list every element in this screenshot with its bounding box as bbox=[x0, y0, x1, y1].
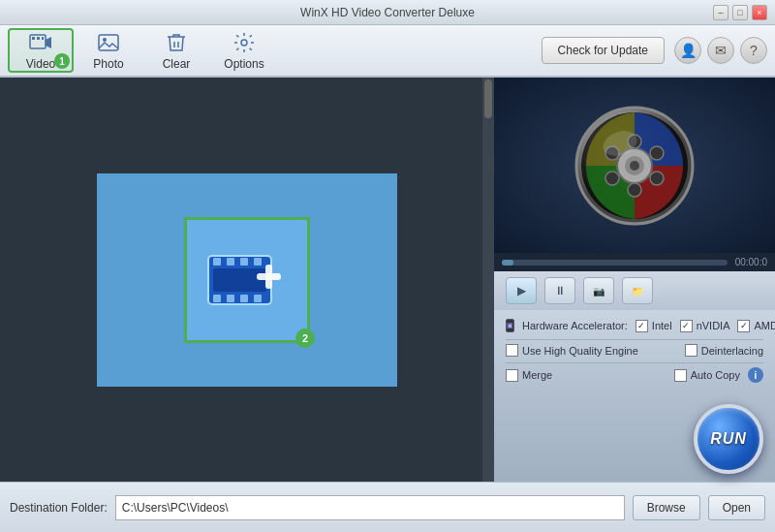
settings-area: ▣ Hardware Accelerator: ✓ Intel ✓ nVIDIA… bbox=[494, 310, 775, 396]
open-button[interactable]: Open bbox=[708, 495, 765, 520]
merge-label: Merge bbox=[522, 369, 552, 381]
browse-button[interactable]: Browse bbox=[633, 495, 700, 520]
video-label: Video bbox=[26, 57, 55, 71]
amd-label: AMD bbox=[754, 320, 775, 331]
add-video-svg bbox=[203, 236, 291, 324]
svg-rect-19 bbox=[213, 268, 266, 292]
divider-2 bbox=[506, 362, 763, 363]
email-icon[interactable]: ✉ bbox=[707, 37, 734, 64]
svg-point-30 bbox=[650, 146, 664, 160]
intel-checkbox[interactable]: ✓ bbox=[636, 320, 648, 332]
preview-area bbox=[494, 78, 775, 253]
svg-rect-12 bbox=[227, 258, 234, 266]
add-video-icon-container[interactable]: 2 bbox=[184, 217, 310, 343]
close-button[interactable]: × bbox=[752, 5, 767, 20]
video-icon bbox=[29, 31, 52, 54]
photo-button[interactable]: Photo bbox=[76, 28, 141, 73]
add-video-badge: 2 bbox=[295, 329, 315, 348]
deinterlacing-item[interactable]: Deinterlacing bbox=[685, 344, 763, 357]
merge-checkbox[interactable] bbox=[506, 369, 518, 382]
title-bar: WinX HD Video Converter Deluxe – □ × bbox=[0, 0, 775, 25]
video-scroll-thumb[interactable] bbox=[484, 79, 492, 118]
options-label: Options bbox=[224, 57, 264, 71]
account-icon[interactable]: 👤 bbox=[674, 37, 701, 64]
svg-rect-21 bbox=[265, 265, 272, 289]
video-scrollbar[interactable] bbox=[482, 78, 494, 482]
photo-label: Photo bbox=[93, 57, 123, 71]
hw-icon: ▣ bbox=[506, 319, 514, 332]
svg-point-28 bbox=[628, 183, 641, 197]
auto-copy-item[interactable]: Auto Copy bbox=[674, 369, 740, 382]
nvidia-checkbox-item[interactable]: ✓ nVIDIA bbox=[680, 320, 730, 332]
svg-rect-13 bbox=[240, 258, 248, 266]
auto-copy-checkbox[interactable] bbox=[674, 369, 687, 382]
svg-marker-1 bbox=[46, 37, 51, 48]
app-title: WinX HD Video Converter Deluxe bbox=[300, 6, 475, 19]
svg-point-9 bbox=[241, 40, 247, 46]
svg-rect-15 bbox=[213, 295, 221, 302]
quality-row: Use High Quality Engine Deinterlacing bbox=[506, 344, 763, 357]
time-display: 00:00:0 bbox=[735, 257, 767, 267]
svg-point-6 bbox=[103, 38, 107, 42]
video-panel[interactable]: 2 bbox=[0, 78, 494, 482]
main-content: 2 bbox=[0, 78, 775, 482]
run-button[interactable]: RUN bbox=[694, 404, 763, 474]
hw-accel-row: ▣ Hardware Accelerator: ✓ Intel ✓ nVIDIA… bbox=[506, 318, 763, 333]
svg-rect-18 bbox=[254, 295, 262, 302]
high-quality-label: Use High Quality Engine bbox=[522, 345, 638, 357]
folder-button[interactable]: 📁 bbox=[622, 277, 653, 304]
amd-checkbox[interactable]: ✓ bbox=[737, 320, 750, 332]
toolbar-right-icons: 👤 ✉ ? bbox=[674, 37, 767, 64]
maximize-button[interactable]: □ bbox=[732, 5, 748, 20]
video-drop-zone[interactable]: 2 bbox=[97, 173, 397, 387]
copy-info-icon[interactable]: i bbox=[748, 367, 763, 383]
high-quality-item[interactable]: Use High Quality Engine bbox=[506, 344, 638, 357]
svg-rect-3 bbox=[37, 37, 40, 40]
pause-button[interactable]: ⏸ bbox=[544, 277, 575, 304]
progress-bar[interactable] bbox=[502, 260, 728, 266]
svg-rect-14 bbox=[254, 258, 262, 266]
svg-point-32 bbox=[650, 172, 664, 185]
svg-rect-16 bbox=[227, 295, 234, 302]
svg-rect-4 bbox=[42, 37, 44, 40]
nvidia-label: nVIDIA bbox=[697, 320, 730, 331]
snapshot-button[interactable]: 📷 bbox=[583, 277, 614, 304]
nvidia-checkbox[interactable]: ✓ bbox=[680, 320, 693, 332]
check-update-button[interactable]: Check for Update bbox=[542, 37, 665, 64]
playback-controls: ▶ ⏸ 📷 📁 bbox=[494, 271, 775, 310]
svg-point-31 bbox=[605, 172, 619, 185]
svg-rect-2 bbox=[32, 37, 35, 40]
clear-button[interactable]: Clear bbox=[143, 28, 209, 73]
divider-1 bbox=[506, 339, 763, 340]
toolbar: Video 1 Photo Clear Options Check for Up… bbox=[0, 25, 775, 78]
svg-rect-5 bbox=[99, 35, 118, 50]
preview-controls: 00:00:0 bbox=[494, 253, 775, 271]
run-container: RUN bbox=[494, 396, 775, 482]
window-controls[interactable]: – □ × bbox=[713, 5, 767, 20]
clear-label: Clear bbox=[163, 57, 191, 71]
deinterlacing-checkbox[interactable] bbox=[685, 344, 698, 357]
intel-checkbox-item[interactable]: ✓ Intel bbox=[636, 320, 672, 332]
minimize-button[interactable]: – bbox=[713, 5, 728, 20]
video-badge: 1 bbox=[54, 53, 70, 69]
video-button[interactable]: Video 1 bbox=[8, 28, 74, 73]
play-button[interactable]: ▶ bbox=[506, 277, 537, 304]
dest-folder-input[interactable] bbox=[115, 495, 625, 520]
hw-accel-label: Hardware Accelerator: bbox=[522, 320, 628, 331]
auto-copy-label: Auto Copy bbox=[691, 369, 740, 381]
intel-label: Intel bbox=[652, 320, 672, 331]
options-button[interactable]: Options bbox=[211, 28, 277, 73]
clear-icon bbox=[165, 31, 188, 54]
bottom-bar: Destination Folder: Browse Open bbox=[0, 482, 775, 532]
progress-fill bbox=[502, 260, 513, 266]
dest-folder-label: Destination Folder: bbox=[10, 501, 108, 515]
deinterlacing-label: Deinterlacing bbox=[701, 345, 763, 357]
high-quality-checkbox[interactable] bbox=[506, 344, 518, 357]
svg-rect-17 bbox=[240, 295, 248, 302]
help-icon[interactable]: ? bbox=[740, 37, 767, 64]
svg-rect-11 bbox=[213, 258, 221, 266]
options-icon bbox=[232, 31, 256, 54]
amd-checkbox-item[interactable]: ✓ AMD bbox=[737, 320, 775, 332]
film-reel-icon bbox=[572, 103, 698, 229]
merge-item[interactable]: Merge bbox=[506, 369, 552, 382]
